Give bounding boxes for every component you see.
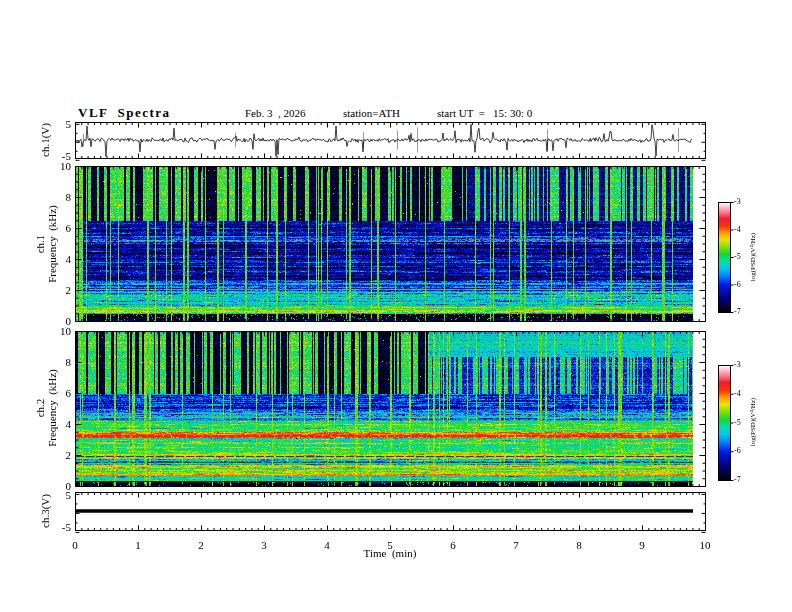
tick-label: 4: [66, 419, 72, 430]
tick-label: -5: [734, 253, 741, 261]
tick-label: -4: [734, 390, 741, 398]
tick-label: -6: [734, 447, 741, 455]
ch3-trace-ylabel: ch.3(V): [40, 494, 51, 528]
tick-label: 1: [135, 540, 141, 551]
tick-label: -3: [734, 361, 741, 369]
tick-label: 2: [66, 450, 72, 461]
tick-label: 8: [576, 540, 582, 551]
tick-label: 6: [66, 223, 72, 234]
tick-label: 6: [66, 388, 72, 399]
tick-label: 3: [261, 540, 267, 551]
tick-label: 4: [324, 540, 330, 551]
tick-label: 4: [66, 254, 72, 265]
tick-label: -5: [734, 419, 741, 427]
spec2-ylabel-frequency: Frequency (kHz): [47, 369, 58, 447]
colorbar1-label: log(PSD)(V²/Hz): [750, 233, 757, 281]
tick-label: -7: [734, 476, 741, 484]
tick-label: 8: [66, 357, 72, 368]
spec2-ylabel-channel: ch.2: [35, 399, 46, 418]
tick-label: -3: [734, 198, 741, 206]
tick-label: 8: [66, 192, 72, 203]
colorbar2-label: log(PSD)(V²/Hz): [750, 398, 757, 446]
tick-label: -7: [734, 308, 741, 316]
tick-label: 10: [60, 161, 71, 172]
tick-label: -4: [734, 226, 741, 234]
tick-label: 6: [450, 540, 456, 551]
tick-label: 7: [513, 540, 519, 551]
tick-label: 9: [639, 540, 645, 551]
tick-label: 2: [66, 285, 72, 296]
tick-label: 5: [387, 540, 393, 551]
spec1-ylabel-channel: ch.1: [35, 235, 46, 254]
tick-label: 10: [60, 326, 71, 337]
tick-label: 2: [198, 540, 204, 551]
tick-label: 10: [700, 540, 711, 551]
tick-label: 5: [66, 490, 72, 501]
axes-frame-layer: [0, 0, 792, 612]
vlf-spectra-figure: VLF Spectra Feb. 3 , 2026 station=ATH st…: [0, 0, 792, 612]
ch1-trace-ylabel: ch.1(V): [40, 123, 51, 157]
tick-label: 5: [66, 119, 72, 130]
tick-label: -5: [62, 522, 71, 533]
tick-label: -6: [734, 281, 741, 289]
tick-label: 0: [72, 540, 78, 551]
spec1-ylabel-frequency: Frequency (kHz): [47, 205, 58, 283]
